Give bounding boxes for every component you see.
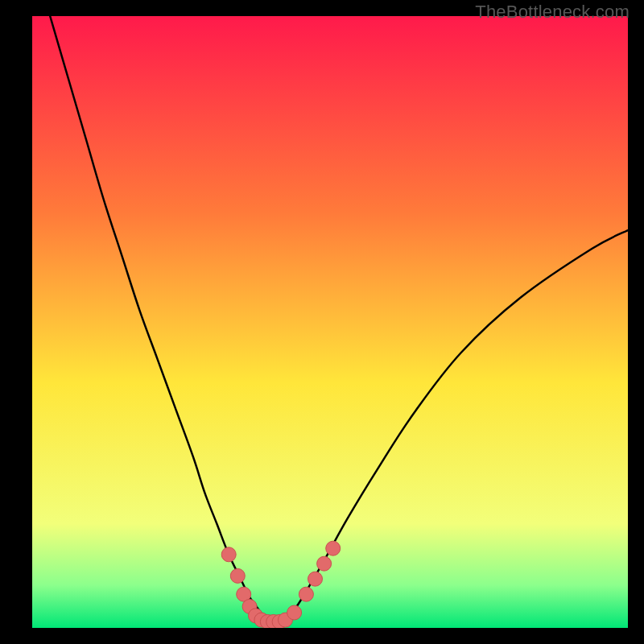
watermark-text: TheBottleneck.com — [475, 2, 630, 23]
data-point-marker — [230, 568, 245, 583]
gradient-background — [32, 16, 628, 628]
data-point-marker — [317, 556, 332, 571]
data-point-marker — [287, 605, 302, 620]
chart-frame: TheBottleneck.com — [0, 0, 644, 644]
data-point-marker — [221, 547, 236, 562]
chart-svg — [32, 16, 628, 628]
plot-area — [32, 16, 628, 628]
data-point-marker — [299, 587, 313, 601]
data-point-marker — [308, 572, 323, 586]
data-point-marker — [326, 541, 341, 555]
